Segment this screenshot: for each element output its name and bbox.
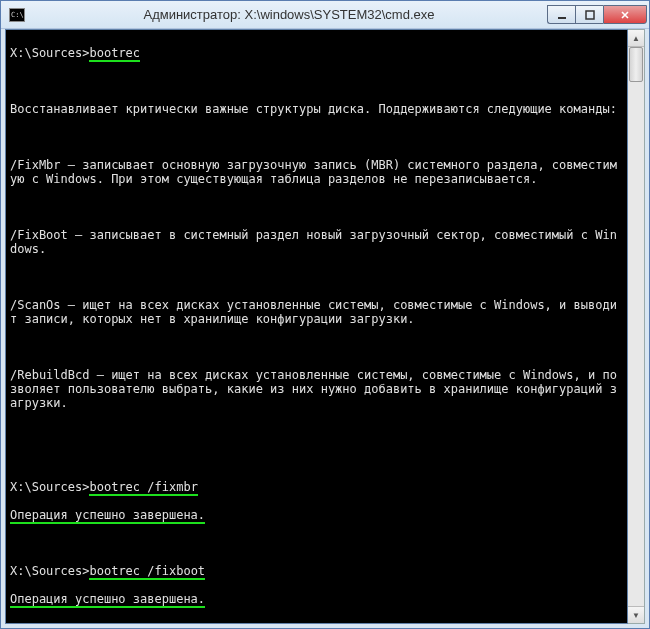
console-output[interactable]: X:\Sources>bootrec Восстанавливает крити… — [5, 29, 628, 624]
help-fixboot: /FixBoot — записывает в системный раздел… — [10, 228, 623, 256]
prompt: X:\Sources> — [10, 564, 89, 578]
close-button[interactable] — [603, 5, 647, 24]
help-rebuild: /RebuildBcd — ищет на всех дисках устано… — [10, 368, 623, 410]
cmd-fixmbr: bootrec /fixmbr — [89, 480, 197, 496]
titlebar[interactable]: C:\ Администратор: X:\windows\SYSTEM32\c… — [1, 1, 649, 29]
window-title: Администратор: X:\windows\SYSTEM32\cmd.e… — [31, 7, 547, 22]
prompt: X:\Sources> — [10, 480, 89, 494]
maximize-button[interactable] — [575, 5, 603, 24]
scroll-down-button[interactable]: ▼ — [628, 606, 644, 623]
cmd-icon: C:\ — [9, 8, 25, 22]
help-fixmbr: /FixMbr — записывает основную загрузочну… — [10, 158, 623, 186]
cmd-fixboot: bootrec /fixboot — [89, 564, 205, 580]
minimize-button[interactable] — [547, 5, 575, 24]
cmd-window: C:\ Администратор: X:\windows\SYSTEM32\c… — [0, 0, 650, 629]
svg-rect-0 — [558, 17, 566, 19]
help-intro: Восстанавливает критически важные структ… — [10, 102, 623, 116]
out-success: Операция успешно завершена. — [10, 592, 205, 608]
svg-rect-1 — [586, 11, 594, 19]
scroll-thumb[interactable] — [629, 47, 643, 82]
out-success: Операция успешно завершена. — [10, 508, 205, 524]
vertical-scrollbar[interactable]: ▲ ▼ — [628, 29, 645, 624]
cmd-bootrec: bootrec — [89, 46, 140, 62]
help-scanos: /ScanOs — ищет на всех дисках установлен… — [10, 298, 623, 326]
scroll-track[interactable] — [628, 47, 644, 606]
prompt: X:\Sources> — [10, 46, 89, 60]
scroll-up-button[interactable]: ▲ — [628, 30, 644, 47]
window-controls — [547, 5, 647, 24]
client-area: X:\Sources>bootrec Восстанавливает крити… — [1, 29, 649, 628]
